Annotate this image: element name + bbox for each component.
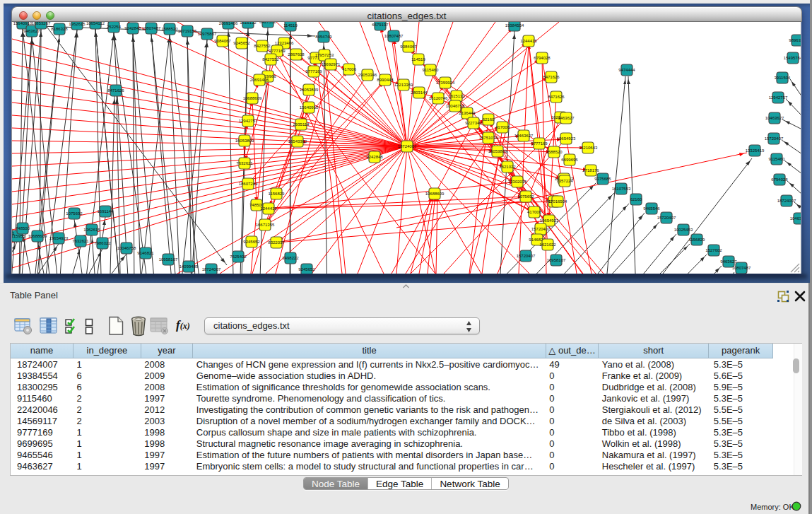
svg-text:10463627: 10463627 [514,134,534,138]
svg-text:15751074: 15751074 [479,136,498,140]
svg-text:2136444: 2136444 [459,111,476,115]
svg-text:17957253: 17957253 [315,53,334,57]
svg-text:8186328: 8186328 [51,27,68,31]
svg-text:1621022: 1621022 [499,165,516,169]
svg-text:10688609: 10688609 [243,96,262,100]
svg-text:748500: 748500 [16,226,30,230]
svg-text:9777169: 9777169 [531,141,548,146]
svg-text:9245652: 9245652 [298,267,315,271]
svg-text:12942757: 12942757 [239,119,258,123]
svg-text:9242848: 9242848 [124,26,141,30]
svg-text:1156829: 1156829 [689,238,706,242]
svg-text:9084067: 9084067 [400,45,417,49]
svg-text:8471626: 8471626 [548,95,565,99]
svg-text:6699695: 6699695 [561,158,578,162]
svg-text:10853267: 10853267 [32,22,51,25]
svg-text:1156829: 1156829 [269,192,286,196]
svg-text:3911504: 3911504 [775,76,792,80]
svg-text:6679197: 6679197 [372,23,389,27]
svg-text:1075692: 1075692 [66,211,83,216]
svg-text:9245652: 9245652 [243,240,260,244]
svg-text:2867608: 2867608 [288,52,305,57]
svg-text:2803144: 2803144 [411,90,428,95]
svg-text:114519: 114519 [411,57,425,62]
svg-text:114519: 114519 [283,23,298,28]
svg-text:8471626: 8471626 [107,88,124,93]
svg-text:9463627: 9463627 [720,259,737,264]
svg-text:15692971: 15692971 [322,62,341,66]
svg-text:15640910: 15640910 [13,22,33,25]
svg-text:10025453: 10025453 [674,228,693,232]
svg-text:10688609: 10688609 [28,234,47,238]
svg-text:9375685: 9375685 [594,177,611,181]
svg-text:19654923: 19654923 [540,218,559,223]
svg-text:12213369: 12213369 [394,83,413,87]
svg-text:1075692: 1075692 [517,194,534,199]
svg-text:10719155: 10719155 [178,29,197,33]
svg-text:15720407: 15720407 [657,216,676,220]
svg-text:2718176: 2718176 [582,168,599,173]
svg-text:9777169: 9777169 [305,69,322,74]
svg-text:7632621: 7632621 [72,239,89,243]
svg-text:18724007: 18724007 [777,199,796,203]
svg-text:9465546: 9465546 [643,206,660,211]
svg-text:10046758: 10046758 [117,246,136,250]
svg-text:9146821: 9146821 [137,251,154,255]
svg-text:19384554: 19384554 [505,23,524,28]
svg-text:13325419: 13325419 [746,148,765,153]
svg-text:62160: 62160 [483,117,495,122]
svg-text:417006: 417006 [527,210,542,214]
svg-text:7986322: 7986322 [94,241,111,245]
svg-text:1615132: 1615132 [240,22,257,25]
svg-text:252254: 252254 [107,25,122,29]
svg-text:6794028: 6794028 [534,56,551,60]
svg-text:8427552: 8427552 [262,57,279,62]
svg-text:9463627: 9463627 [23,29,40,33]
svg-text:20691406: 20691406 [219,22,238,25]
svg-text:18724007: 18724007 [398,144,417,148]
svg-text:7632621: 7632621 [236,161,253,165]
svg-text:62160: 62160 [630,197,642,201]
svg-text:8990448: 8990448 [377,78,394,82]
svg-text:1691144: 1691144 [98,209,114,214]
svg-text:18724007: 18724007 [202,267,221,271]
svg-text:1244415: 1244415 [520,39,537,43]
svg-text:10807487: 10807487 [384,34,404,38]
svg-text:8454749: 8454749 [315,35,332,39]
svg-text:12323466: 12323466 [275,41,294,45]
svg-text:14099489: 14099489 [180,264,199,269]
svg-text:16053809: 16053809 [235,139,254,143]
svg-text:2935114: 2935114 [293,122,310,127]
svg-text:7625402: 7625402 [230,255,247,259]
svg-text:10975867: 10975867 [198,32,217,36]
svg-text:9474444: 9474444 [618,68,635,72]
svg-text:10807487: 10807487 [732,266,751,270]
svg-text:10463627: 10463627 [790,216,801,221]
svg-text:15720407: 15720407 [531,227,551,231]
svg-text:10654112: 10654112 [86,22,105,25]
svg-text:8427552: 8427552 [254,44,271,48]
svg-text:15720407: 15720407 [765,136,784,141]
svg-text:1527602: 1527602 [705,248,722,252]
svg-text:8322037: 8322037 [268,240,285,245]
svg-text:16053809: 16053809 [300,88,319,92]
svg-text:10807487: 10807487 [142,26,161,30]
svg-text:9463627: 9463627 [558,116,575,120]
svg-text:3498222: 3498222 [282,256,299,260]
svg-text:9242848: 9242848 [366,155,383,159]
svg-text:6794028: 6794028 [771,177,788,182]
svg-text:10958107: 10958107 [159,257,178,262]
svg-text:16543362: 16543362 [288,139,307,144]
svg-text:1588520: 1588520 [546,150,563,154]
svg-text:16671355: 16671355 [256,223,275,227]
svg-text:9084067: 9084067 [214,39,231,43]
svg-text:10958107: 10958107 [547,258,566,262]
svg-text:23302035: 23302035 [508,180,527,184]
svg-text:1621022: 1621022 [539,243,556,247]
svg-text:16053809: 16053809 [488,149,507,153]
svg-text:1588520: 1588520 [161,27,178,31]
svg-text:9245652: 9245652 [233,41,250,45]
svg-text:19654923: 19654923 [49,236,69,240]
svg-text:417006: 417006 [495,125,510,129]
svg-text:29053346: 29053346 [358,73,377,77]
